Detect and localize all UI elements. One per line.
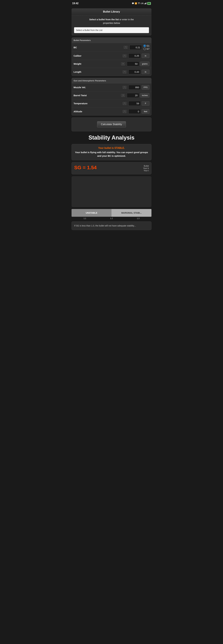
altitude-row: Altitude [?] feet: [72, 108, 151, 116]
sg-info: Bullet Your b Your t: [143, 165, 149, 172]
caliber-help[interactable]: [?]: [123, 54, 127, 57]
bullet-library-body: Select a bullet from the list or enter i…: [72, 15, 151, 36]
bullet-library-header: Bullet Library: [72, 8, 151, 15]
barrel-twist-input[interactable]: [127, 93, 139, 98]
stability-result-card: Your bullet is STABLE. Your bullet is fl…: [72, 144, 151, 160]
length-input[interactable]: [128, 70, 141, 74]
altitude-input[interactable]: [128, 109, 141, 114]
muzzle-vel-label: Muzzle Vel.: [74, 86, 123, 89]
svg-rect-1: [145, 3, 145, 4]
calculate-section: Calculate Stability: [72, 118, 151, 131]
altitude-label: Altitude: [74, 110, 123, 113]
caliber-unit: in: [142, 54, 149, 58]
svg-rect-0: [144, 4, 145, 4]
stability-scale: UNSTABLE MARGINAL STABI... 1.1 1.2 1.3: [72, 209, 151, 220]
bullet-select-dropdown[interactable]: Select a Bullet from the List: [74, 27, 149, 33]
temperature-input[interactable]: [128, 101, 141, 106]
barrel-twist-row: Barrel Twist [?] inches: [72, 92, 151, 100]
status-bar: 19:42 💬 📶 LTE 65: [70, 0, 153, 7]
scale-num-2: 1.2: [110, 217, 113, 220]
bc-g1-label: G1: [146, 44, 149, 47]
cell-signal-icon: [144, 2, 147, 5]
status-icons: 💬 📶 LTE 65: [132, 2, 151, 5]
barrel-twist-label: Barrel Twist: [74, 94, 121, 97]
sg-info-line1: Bullet: [143, 165, 149, 167]
bc-input[interactable]: [129, 45, 142, 50]
battery-icon: 65: [147, 2, 151, 5]
caliber-input[interactable]: [128, 53, 141, 58]
scale-unstable: UNSTABLE: [72, 209, 112, 217]
main-container: Bullet Library Select a bullet from the …: [70, 7, 153, 324]
sg-card: SG = 1.54 Bullet Your b Your t: [72, 162, 151, 174]
bullet-library-card: Bullet Library Select a bullet from the …: [72, 8, 151, 36]
temperature-label: Temperature: [74, 102, 123, 105]
bc-g1-radio[interactable]: [143, 44, 146, 47]
bc-radio-group: G1 G7: [143, 44, 149, 50]
muzzle-vel-row: Muzzle Vel. [?] FPS: [72, 84, 151, 92]
bc-label: BC: [74, 46, 124, 49]
length-help[interactable]: [?]: [123, 70, 127, 73]
sg-value: SG = 1.54: [74, 165, 97, 170]
stability-status-text: Your bullet is STABLE.: [74, 147, 149, 150]
info-text: If SG is less than 1.0, the bullet will …: [74, 224, 149, 228]
info-text-card: If SG is less than 1.0, the bullet will …: [72, 221, 151, 230]
bc-g1-option[interactable]: G1: [143, 44, 149, 47]
caliber-row: Caliber [?] in: [72, 52, 151, 60]
length-label: Length: [74, 70, 123, 73]
temperature-unit: F: [142, 101, 149, 106]
lte-icon: LTE: [141, 3, 144, 4]
signal-icon: 📶: [135, 2, 137, 4]
length-row: Length [?] in: [72, 68, 151, 76]
bc-input-group: G1 G7: [129, 44, 149, 50]
weight-label: Weight: [74, 62, 121, 65]
altitude-help[interactable]: [?]: [123, 110, 127, 113]
bc-g7-label: G7: [146, 48, 149, 50]
caliber-label: Caliber: [74, 54, 123, 57]
altitude-unit: feet: [142, 109, 149, 114]
muzzle-vel-input[interactable]: [128, 85, 141, 90]
sg-info-line3: Your t: [143, 170, 149, 172]
bullet-library-title: Bullet Library: [103, 10, 120, 13]
scale-num-3: 1.3: [137, 217, 139, 220]
bc-help[interactable]: [?]: [124, 46, 128, 49]
muzzle-vel-help[interactable]: [?]: [123, 86, 127, 89]
muzzle-vel-unit: FPS: [142, 85, 149, 90]
sg-info-line2: Your b: [143, 167, 149, 170]
scale-marginal-label: MARGINAL STABI...: [121, 212, 142, 214]
weight-unit: grains: [140, 62, 149, 66]
scale-num-1: 1.1: [84, 217, 86, 220]
temperature-row: Temperature [?] F: [72, 100, 151, 108]
message-icon: 💬: [132, 2, 134, 4]
length-unit: in: [142, 70, 149, 74]
bc-row: BC [?] G1 G7: [72, 43, 151, 52]
chart-area: [72, 176, 151, 207]
bullet-library-description: Select a bullet from the list or enter i…: [74, 18, 149, 25]
temperature-help[interactable]: [?]: [123, 102, 127, 105]
bullet-parameters-title: Bullet Parameters: [74, 39, 91, 42]
scale-marginal: MARGINAL STABI...: [112, 209, 151, 217]
weight-input[interactable]: [127, 62, 139, 66]
gun-atmospheric-header: Gun and Atmospheric Parameters: [72, 78, 151, 84]
gun-atmospheric-title: Gun and Atmospheric Parameters: [74, 80, 106, 82]
gun-atmospheric-section: Gun and Atmospheric Parameters Muzzle Ve…: [72, 78, 151, 116]
status-time: 19:42: [72, 2, 79, 5]
weight-help[interactable]: [?]: [121, 62, 125, 65]
barrel-twist-help[interactable]: [?]: [121, 94, 125, 97]
stability-description: Your bullet is flying with full stabilit…: [74, 151, 149, 158]
bullet-parameters-header: Bullet Parameters: [72, 38, 151, 43]
weight-row: Weight [?] grains: [72, 60, 151, 68]
stability-analysis-title: Stability Analysis: [72, 134, 151, 141]
calculate-stability-button[interactable]: Calculate Stability: [97, 121, 126, 128]
page-bottom-filler: [72, 230, 151, 323]
wifi-icon: [138, 2, 140, 5]
bc-g7-option[interactable]: G7: [143, 48, 149, 50]
svg-rect-3: [146, 2, 146, 4]
barrel-twist-unit: inches: [140, 93, 149, 98]
bc-g7-radio[interactable]: [143, 48, 146, 50]
bullet-parameters-section: Bullet Parameters BC [?] G1 G7: [72, 38, 151, 76]
scale-numbers: 1.1 1.2 1.3: [72, 217, 151, 220]
svg-rect-2: [145, 3, 146, 4]
scale-sections: UNSTABLE MARGINAL STABI...: [72, 209, 151, 217]
